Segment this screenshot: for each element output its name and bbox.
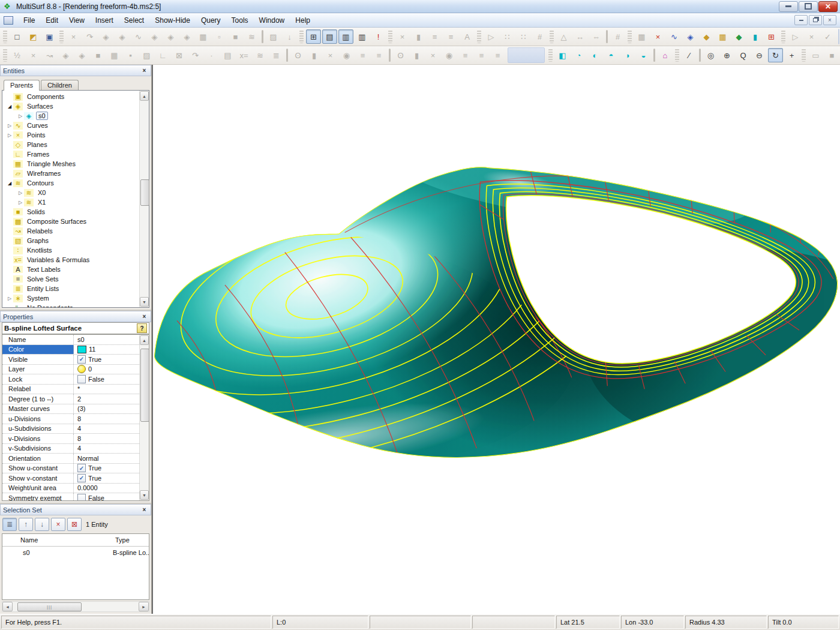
tree-item-contours[interactable]: ≋ Contours [2,178,139,188]
tree-item-knotlists[interactable]: ∶ Knotlists [2,245,139,255]
display-grid-button[interactable]: ▦ [634,29,649,44]
property-value[interactable]: False [88,494,104,500]
property-value[interactable]: 4 [77,425,81,432]
filter-contour-button[interactable]: ≋ [253,48,268,62]
menu-help[interactable]: Help [290,14,316,26]
tree-item-text-labels[interactable]: A Text Labels [2,265,139,274]
minimize-button[interactable] [779,1,798,12]
query-solid-button[interactable]: ◆ [731,29,746,44]
tree-expander-icon[interactable] [6,123,13,128]
child-close-button[interactable]: × [823,15,836,25]
prop-symmetry-exempt[interactable]: Symmetry exempt False [2,493,139,500]
zoom-all-button[interactable]: ◎ [703,48,718,62]
toolbar-separator[interactable] [699,49,701,62]
property-value[interactable]: 0.0000 [77,484,98,491]
snap-grid-button[interactable]: ∷ [516,29,531,44]
expand-button[interactable]: ⇔ [589,29,604,44]
insert-contours-button[interactable]: ≋ [244,29,259,44]
display-hidden-button[interactable]: ■ [824,48,839,62]
pan-view-button[interactable]: + [784,48,799,62]
insert-surface-button[interactable]: ◈ [98,29,113,44]
tree-expander-icon[interactable] [6,133,13,138]
prop-master-curves[interactable]: Master curves (3) [2,404,139,415]
tree-item-variables-formulas[interactable]: x= Variables & Formulas [2,255,139,265]
move-up-button[interactable]: ↑ [19,518,33,531]
prop-visible[interactable]: Visible True [2,355,139,365]
toolbar-grip[interactable] [477,30,481,43]
child-restore-button[interactable] [809,15,822,25]
query-surface-button[interactable]: ◈ [683,29,698,44]
toolbar-separator[interactable] [286,49,288,62]
clip-entity-button[interactable]: × [395,29,410,44]
property-control[interactable] [77,464,86,472]
toolbar-grip[interactable] [781,30,785,43]
filter-point-button[interactable]: × [26,48,41,62]
filter-mesh-button[interactable]: ▦ [107,48,122,62]
menu-file[interactable]: File [18,14,40,26]
property-value[interactable]: 11 [89,346,95,353]
tree-item-components[interactable]: ▣ Components [2,92,139,101]
tree-expander-icon[interactable] [17,200,24,205]
select-parents-button[interactable]: ▮ [411,29,426,44]
property-value[interactable]: True [88,475,101,482]
tree-item-composite-surfaces[interactable]: ▩ Composite Surfaces [2,217,139,226]
tree-item-surfaces[interactable]: ◈ Surfaces [2,101,139,111]
mouse-confirm-button[interactable]: ✓ [820,29,835,44]
snap-point-button[interactable]: ∷ [500,29,515,44]
hide-surface-button[interactable]: ◉ [339,48,354,62]
properties-window-button[interactable]: ▤ [322,29,337,44]
query-mesh-button[interactable]: ▦ [715,29,730,44]
selection-hscrollbar[interactable]: ◄ ||| ► [2,601,149,612]
remove-entity-button[interactable]: × [51,518,65,531]
prop-u-subdivisions[interactable]: u-Subdivisions 4 [2,424,139,434]
select-list-button[interactable]: ≡ [443,29,458,44]
zoom-out-button[interactable]: ⊖ [752,48,767,62]
property-value[interactable]: * [77,385,80,392]
property-control[interactable] [77,346,86,353]
tree-item-no-dependents[interactable]: ⊩ No Dependents [2,303,139,307]
scroll-left-icon[interactable]: ◄ [2,602,13,611]
show-point-button[interactable]: × [425,48,440,62]
toolbar-grip[interactable] [3,30,7,43]
show-selected-button[interactable]: ▮ [409,48,424,62]
child-minimize-button[interactable] [794,15,808,25]
toolbar-grip[interactable] [299,30,304,43]
toolbar-filler[interactable] [838,29,839,44]
tree-item-x1[interactable]: ≋ X1 [2,197,139,207]
tree-expander-icon[interactable] [17,190,24,196]
filter-point2-button[interactable]: ∙ [204,48,219,62]
toolbar-separator[interactable] [653,49,655,62]
show-surface-button[interactable]: ◉ [442,48,457,62]
contract-button[interactable]: ↔ [572,29,587,44]
tree-expander-icon[interactable] [6,104,13,109]
new-file-button[interactable]: □ [10,29,25,44]
scroll-down-icon[interactable]: ▼ [140,490,149,500]
hide-point-button[interactable]: × [323,48,338,62]
toolbar-grip[interactable] [802,49,806,62]
zoom-in-button[interactable]: ⊕ [719,48,734,62]
tree-item-x0[interactable]: ≋ X0 [2,188,139,197]
tree-expander-icon[interactable] [6,296,13,301]
menu-edit[interactable]: Edit [40,14,64,26]
prop-name[interactable]: Name s0 [2,335,139,345]
add-selection-button[interactable]: ▥ [355,29,370,44]
rotate-view-button[interactable]: ↻ [768,48,783,62]
property-value[interactable]: 8 [77,415,81,422]
prop-orientation[interactable]: Orientation Normal [2,454,139,464]
property-value[interactable]: 8 [77,435,81,442]
close-button[interactable]: ✕ [818,1,838,12]
prop-show-v-constant[interactable]: Show v-constant True [2,473,139,484]
tab-parents[interactable]: Parents [4,80,40,91]
prop-v-subdivisions[interactable]: v-Subdivisions 4 [2,444,139,454]
split-button[interactable]: # [610,29,625,44]
scroll-thumb[interactable] [140,349,149,422]
display-wireframe-button[interactable]: ▭ [808,48,823,62]
insert-surface4-button[interactable]: ◈ [163,29,178,44]
tree-item-triangle-meshes[interactable]: ▦ Triangle Meshes [2,159,139,169]
error-list-button[interactable]: ! [371,29,386,44]
property-value[interactable]: 0 [88,365,92,373]
view-port-button[interactable]: ◐ [587,48,602,62]
selection-row-s0[interactable]: s0 B-spline Lo... Su [2,547,149,559]
hide-all-button[interactable]: ʘ [290,48,305,62]
prop-layer[interactable]: Layer 0 [2,365,139,375]
